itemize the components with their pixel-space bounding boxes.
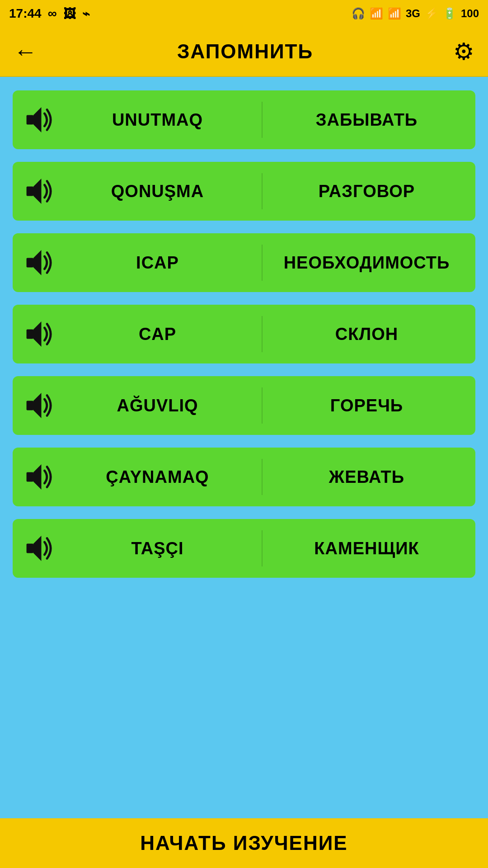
svg-rect-4 — [27, 258, 33, 268]
headphone-icon: 🎧 — [352, 7, 365, 20]
footer-label: НАЧАТЬ ИЗУЧЕНИЕ — [140, 832, 347, 854]
svg-marker-1 — [33, 107, 42, 132]
page-title: ЗАПОМНИТЬ — [177, 40, 313, 63]
word-row-7[interactable]: TAŞÇI КАМЕНЩИК — [13, 519, 475, 578]
word-translation-6: ЖЕВАТЬ — [267, 467, 466, 487]
word-foreign-6: ÇAYNAMAQ — [58, 467, 257, 487]
word-row-2[interactable]: QONUŞMA РАЗГОВОР — [13, 162, 475, 221]
word-translation-3: НЕОБХОДИМОСТЬ — [267, 253, 466, 273]
word-translation-1: ЗАБЫВАТЬ — [267, 110, 466, 130]
word-foreign-7: TAŞÇI — [58, 539, 257, 558]
status-left: 17:44 ∞ 🖼 ⌁ — [9, 6, 90, 21]
battery-level: 100 — [461, 7, 479, 20]
image-icon: 🖼 — [63, 6, 76, 21]
svg-marker-7 — [33, 321, 42, 347]
word-translation-2: РАЗГОВОР — [267, 182, 466, 201]
status-time: 17:44 — [9, 6, 42, 21]
word-row-1[interactable]: UNUTMAQ ЗАБЫВАТЬ — [13, 90, 475, 149]
word-divider-3 — [262, 245, 263, 281]
word-translation-4: СКЛОН — [267, 325, 466, 344]
word-row-3[interactable]: ICAP НЕОБХОДИМОСТЬ — [13, 233, 475, 292]
word-divider-2 — [262, 173, 263, 209]
speaker-icon-7[interactable] — [22, 530, 58, 566]
word-divider-4 — [262, 316, 263, 352]
word-divider-5 — [262, 387, 263, 424]
svg-marker-5 — [33, 250, 42, 275]
wifi-icon: 📶 — [370, 7, 383, 20]
svg-marker-3 — [33, 179, 42, 204]
header: ← ЗАПОМНИТЬ ⚙ — [0, 27, 488, 77]
footer-button[interactable]: НАЧАТЬ ИЗУЧЕНИЕ — [0, 818, 488, 868]
word-foreign-1: UNUTMAQ — [58, 110, 257, 130]
word-foreign-4: CAP — [58, 325, 257, 344]
svg-rect-8 — [27, 401, 33, 410]
bolt-icon: ⚡ — [425, 7, 438, 20]
speaker-icon-3[interactable] — [22, 245, 58, 281]
word-foreign-5: AĞUVLIQ — [58, 396, 257, 415]
back-button[interactable]: ← — [14, 38, 37, 65]
word-row-4[interactable]: CAP СКЛОН — [13, 305, 475, 363]
infinity-icon: ∞ — [48, 6, 57, 21]
word-foreign-2: QONUŞMA — [58, 182, 257, 201]
word-divider-6 — [262, 459, 263, 495]
main-content: UNUTMAQ ЗАБЫВАТЬ QONUŞMA РАЗГОВОР — [0, 77, 488, 818]
word-translation-7: КАМЕНЩИК — [267, 539, 466, 558]
status-right: 🎧 📶 📶 3G ⚡ 🔋 100 — [352, 7, 479, 20]
svg-rect-0 — [27, 115, 33, 125]
svg-rect-2 — [27, 187, 33, 196]
svg-rect-10 — [27, 472, 33, 482]
speaker-icon-6[interactable] — [22, 459, 58, 495]
signal-icon: 📶 — [388, 7, 401, 20]
speaker-icon-1[interactable] — [22, 102, 58, 138]
word-divider-1 — [262, 102, 263, 138]
word-foreign-3: ICAP — [58, 253, 257, 273]
svg-marker-11 — [33, 464, 42, 490]
svg-rect-12 — [27, 544, 33, 553]
signal-3g-icon: 3G — [406, 7, 420, 20]
settings-button[interactable]: ⚙ — [453, 38, 474, 65]
speaker-icon-5[interactable] — [22, 387, 58, 424]
usb-icon: ⌁ — [82, 6, 90, 21]
speaker-icon-4[interactable] — [22, 316, 58, 352]
svg-rect-6 — [27, 330, 33, 339]
speaker-icon-2[interactable] — [22, 173, 58, 209]
svg-marker-13 — [33, 536, 42, 561]
word-divider-7 — [262, 530, 263, 566]
battery-icon: 🔋 — [443, 7, 456, 20]
word-row-5[interactable]: AĞUVLIQ ГОРЕЧЬ — [13, 376, 475, 435]
status-bar: 17:44 ∞ 🖼 ⌁ 🎧 📶 📶 3G ⚡ 🔋 100 — [0, 0, 488, 27]
svg-marker-9 — [33, 393, 42, 418]
word-row-6[interactable]: ÇAYNAMAQ ЖЕВАТЬ — [13, 448, 475, 506]
word-translation-5: ГОРЕЧЬ — [267, 396, 466, 415]
